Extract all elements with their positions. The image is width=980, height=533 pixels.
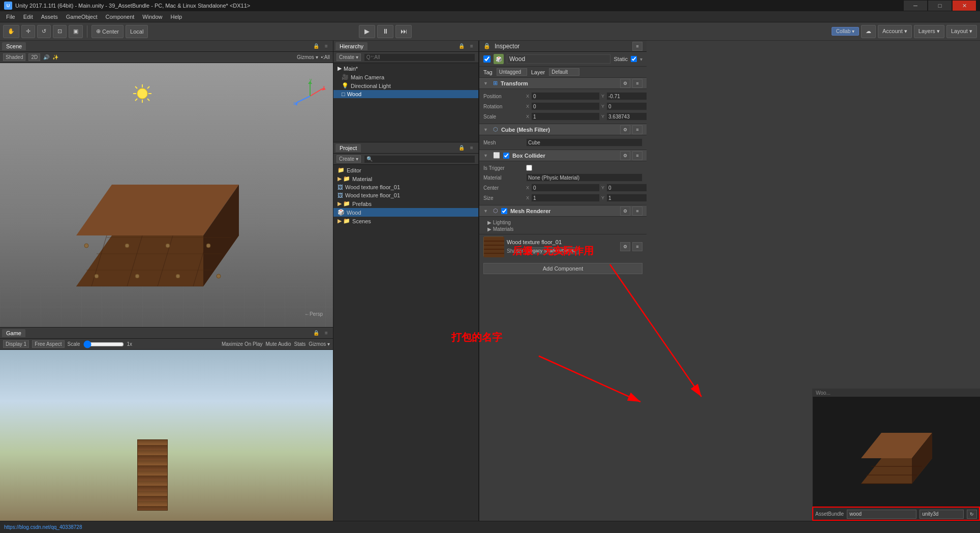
tag-dropdown[interactable]: Untagged — [497, 68, 527, 76]
assetbundle-name-input[interactable] — [847, 510, 916, 519]
proj-menu-button[interactable]: ≡ — [467, 144, 476, 152]
proj-item-wood-tex2[interactable]: 🖼 Wood texture floor_01 — [333, 191, 478, 199]
static-checkbox[interactable] — [631, 56, 637, 62]
mesh-filter-menu-button[interactable]: ≡ — [632, 125, 642, 134]
scale-y-input[interactable] — [606, 112, 647, 121]
lighting-section[interactable]: ▶ Lighting — [479, 219, 647, 225]
play-button[interactable]: ▶ — [359, 25, 375, 38]
move-tool-button[interactable]: ✛ — [21, 25, 35, 38]
menu-file[interactable]: File — [2, 13, 19, 21]
menu-help[interactable]: Help — [166, 13, 186, 21]
hier-item-wood[interactable]: □ Wood — [333, 90, 478, 98]
material-menu-button[interactable]: ≡ — [632, 242, 642, 251]
game-gizmos-dropdown[interactable]: Gizmos ▾ — [309, 341, 330, 347]
hier-menu-button[interactable]: ≡ — [467, 42, 476, 50]
transform-settings-button[interactable]: ⚙ — [620, 79, 630, 88]
layers-button[interactable]: Layers ▾ — [914, 25, 944, 38]
scene-lock-button[interactable]: 🔒 — [312, 42, 321, 50]
object-enabled-checkbox[interactable] — [483, 55, 491, 63]
shading-dropdown[interactable]: Shaded — [3, 53, 25, 61]
rotate-tool-button[interactable]: ↺ — [37, 25, 51, 38]
mute-audio-button[interactable]: Mute Audio — [265, 341, 291, 347]
game-tab[interactable]: Game — [2, 329, 25, 337]
mesh-renderer-settings-button[interactable]: ⚙ — [620, 206, 630, 216]
maximize-on-play[interactable]: Maximize On Play — [222, 341, 263, 347]
proj-item-material[interactable]: ▶ 📁 Material — [333, 174, 478, 183]
materials-section[interactable]: ▶ Materials — [479, 225, 647, 232]
center-x-input[interactable] — [531, 184, 600, 192]
proj-search-input[interactable] — [364, 155, 475, 163]
mesh-filter-settings-button[interactable]: ⚙ — [620, 125, 630, 134]
static-options-button[interactable]: ▾ — [640, 56, 642, 62]
hierarchy-tab[interactable]: Hierarchy — [335, 42, 368, 50]
box-collider-settings-button[interactable]: ⚙ — [620, 151, 630, 160]
size-y-input[interactable] — [606, 194, 647, 202]
is-trigger-checkbox[interactable] — [526, 165, 532, 171]
transform-component-header[interactable]: ▼ ⊞ Transform ⚙ ≡ — [479, 78, 647, 89]
layer-dropdown[interactable]: Default — [549, 68, 579, 76]
assetbundle-refresh-button[interactable]: ↻ — [967, 510, 977, 519]
proj-item-wood-tex1[interactable]: 🖼 Wood texture floor_01 — [333, 183, 478, 191]
scale-x-input[interactable] — [531, 112, 600, 121]
object-name[interactable]: Wood — [507, 54, 610, 64]
account-button[interactable]: Account ▾ — [878, 25, 912, 38]
hier-search-input[interactable] — [364, 53, 475, 62]
menu-gameobject[interactable]: GameObject — [62, 13, 102, 21]
size-x-input[interactable] — [531, 194, 600, 202]
maximize-button[interactable]: □ — [928, 1, 952, 11]
display-dropdown[interactable]: Display 1 — [3, 340, 29, 348]
hier-create-button[interactable]: Create ▾ — [336, 53, 361, 61]
game-menu-button[interactable]: ≡ — [322, 329, 331, 337]
menu-window[interactable]: Window — [138, 13, 166, 21]
rotation-x-input[interactable] — [531, 102, 600, 110]
hier-lock-button[interactable]: 🔒 — [457, 42, 466, 50]
position-y-input[interactable] — [606, 92, 647, 100]
pivot-button[interactable]: ⊕ Center — [91, 25, 124, 38]
shader-dropdown[interactable]: Legacy Shaders/Diffuse — [525, 247, 578, 254]
gizmos-dropdown[interactable]: Gizmos ▾ — [297, 54, 318, 60]
scale-slider[interactable] — [83, 341, 124, 347]
hier-item-main[interactable]: ▶ Main* — [333, 64, 478, 73]
proj-item-prefabs[interactable]: ▶ 📁 Prefabs — [333, 199, 478, 208]
collab-button[interactable]: Collab ▾ — [832, 27, 859, 36]
dimension-button[interactable]: 2D — [28, 53, 40, 61]
project-tab[interactable]: Project — [335, 144, 361, 152]
box-collider-header[interactable]: ▼ ⬜ Box Collider ⚙ ≡ — [479, 150, 647, 161]
minimize-button[interactable]: ─ — [904, 1, 927, 11]
cloud-button[interactable]: ☁ — [861, 25, 876, 38]
hand-tool-button[interactable]: ✋ — [3, 25, 19, 38]
material-settings-button[interactable]: ⚙ — [620, 242, 630, 251]
proj-item-scenes[interactable]: ▶ 📁 Scenes — [333, 217, 478, 225]
layout-button[interactable]: Layout ▾ — [946, 25, 977, 38]
menu-edit[interactable]: Edit — [19, 13, 37, 21]
scene-menu-button[interactable]: ≡ — [322, 42, 331, 50]
rotation-y-input[interactable] — [606, 102, 647, 110]
local-button[interactable]: Local — [126, 25, 148, 38]
step-button[interactable]: ⏭ — [395, 25, 412, 38]
transform-menu-button[interactable]: ≡ — [632, 79, 642, 88]
game-lock-button[interactable]: 🔒 — [312, 329, 321, 337]
aspect-dropdown[interactable]: Free Aspect — [32, 340, 64, 348]
proj-item-wood[interactable]: 🎲 Wood — [333, 208, 478, 217]
pause-button[interactable]: ⏸ — [377, 25, 393, 38]
hier-item-main-camera[interactable]: 🎥 Main Camera — [333, 73, 478, 81]
box-collider-enabled[interactable] — [503, 153, 509, 159]
scale-tool-button[interactable]: ⊡ — [53, 25, 67, 38]
close-button[interactable]: ✕ — [953, 1, 976, 11]
proj-create-button[interactable]: Create ▾ — [336, 155, 361, 163]
mesh-renderer-menu-button[interactable]: ≡ — [632, 206, 642, 216]
menu-component[interactable]: Component — [101, 13, 138, 21]
box-collider-menu-button[interactable]: ≡ — [632, 151, 642, 160]
mesh-renderer-enabled[interactable] — [501, 208, 507, 214]
stats-button[interactable]: Stats — [294, 341, 306, 347]
menu-assets[interactable]: Assets — [37, 13, 62, 21]
scene-tab[interactable]: Scene — [2, 42, 26, 50]
hier-item-dir-light[interactable]: 💡 Directional Light — [333, 81, 478, 90]
center-y-input[interactable] — [606, 184, 647, 192]
rect-tool-button[interactable]: ▣ — [69, 25, 83, 38]
mesh-filter-header[interactable]: ▼ ⬡ Cube (Mesh Filter) ⚙ ≡ — [479, 124, 647, 135]
assetbundle-variant-input[interactable] — [920, 510, 964, 519]
position-x-input[interactable] — [531, 92, 600, 100]
proj-lock-button[interactable]: 🔒 — [457, 144, 466, 152]
mesh-renderer-header[interactable]: ▼ ⬡ Mesh Renderer ⚙ ≡ — [479, 205, 647, 217]
